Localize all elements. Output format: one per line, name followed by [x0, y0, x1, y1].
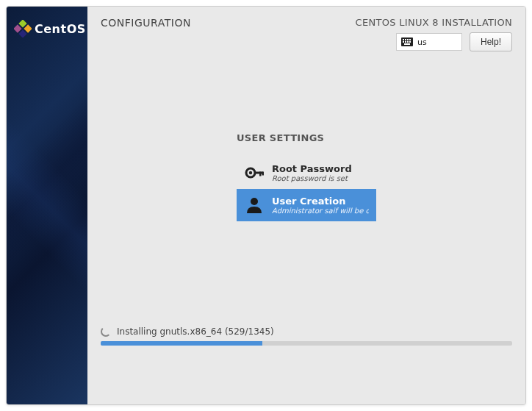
progress-fill	[101, 341, 262, 346]
spinner-icon	[101, 326, 111, 337]
svg-rect-16	[254, 172, 263, 174]
svg-rect-1	[24, 24, 32, 32]
svg-rect-2	[14, 24, 22, 32]
user-creation-text: User Creation Administrator saif will be…	[272, 196, 369, 215]
svg-rect-9	[403, 41, 404, 43]
installer-window: CentOS CONFIGURATION CENTOS LINUX 8 INST…	[6, 6, 526, 405]
section-title: USER SETTINGS	[237, 132, 376, 143]
keyboard-layout-label: us	[417, 37, 427, 47]
top-controls: us Help!	[356, 32, 512, 51]
progress-row: Installing gnutls.x86_64 (529/1345)	[101, 326, 512, 337]
progress-bar	[101, 341, 512, 346]
header-right: CENTOS LINUX 8 INSTALLATION	[356, 17, 512, 51]
main-panel: CONFIGURATION CENTOS LINUX 8 INSTALLATIO…	[87, 7, 525, 404]
svg-rect-11	[407, 41, 409, 43]
root-password-subtitle: Root password is set	[272, 174, 369, 182]
svg-rect-17	[259, 172, 262, 176]
user-icon	[244, 195, 265, 215]
brand-name: CentOS	[35, 22, 86, 36]
svg-rect-12	[409, 41, 411, 43]
page-title: CONFIGURATION	[101, 17, 191, 29]
user-creation-subtitle: Administrator saif will be created	[272, 207, 369, 215]
keyboard-icon	[401, 37, 413, 46]
header: CONFIGURATION CENTOS LINUX 8 INSTALLATIO…	[87, 7, 525, 51]
user-creation-spoke[interactable]: User Creation Administrator saif will be…	[237, 189, 376, 221]
svg-rect-10	[405, 41, 406, 43]
svg-rect-18	[262, 172, 265, 176]
user-creation-title: User Creation	[272, 196, 369, 207]
svg-rect-8	[409, 39, 411, 40]
installer-title: CENTOS LINUX 8 INSTALLATION	[356, 17, 512, 28]
svg-rect-0	[18, 20, 26, 28]
brand-sidebar: CentOS	[7, 7, 87, 404]
svg-rect-3	[18, 29, 26, 37]
root-password-title: Root Password	[272, 163, 369, 174]
content-area: USER SETTINGS Root Password Root passwor…	[87, 51, 525, 404]
svg-rect-13	[404, 43, 410, 45]
progress-text: Installing gnutls.x86_64 (529/1345)	[117, 326, 274, 337]
progress-area: Installing gnutls.x86_64 (529/1345)	[101, 326, 512, 346]
brand-logo: CentOS	[14, 20, 86, 37]
keyboard-indicator[interactable]: us	[396, 33, 462, 51]
root-password-text: Root Password Root password is set	[272, 163, 369, 182]
centos-logo-icon	[14, 20, 32, 37]
svg-point-15	[249, 171, 252, 174]
help-button[interactable]: Help!	[470, 32, 512, 51]
svg-rect-6	[405, 39, 406, 40]
key-icon	[244, 162, 265, 183]
svg-rect-7	[407, 39, 409, 40]
svg-point-19	[251, 198, 258, 205]
root-password-spoke[interactable]: Root Password Root password is set	[237, 157, 376, 189]
svg-rect-5	[403, 39, 404, 40]
